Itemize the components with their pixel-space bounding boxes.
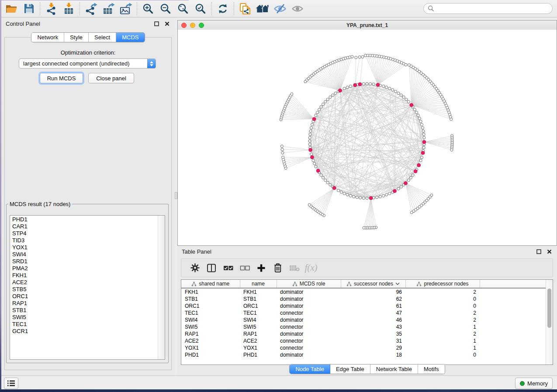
- cell[interactable]: 2: [405, 309, 480, 316]
- mcds-result-list[interactable]: PHD1CAR1STP4TID3YOX1SWI4SRD1PMA2FKH1ACE2…: [10, 215, 165, 360]
- cell[interactable]: TEC1: [240, 309, 277, 316]
- memory-button[interactable]: Memory: [515, 378, 553, 389]
- mcds-result-item[interactable]: ORC1: [10, 293, 158, 300]
- cell[interactable]: connector: [277, 344, 341, 351]
- search-box[interactable]: [423, 3, 553, 14]
- cell[interactable]: TEC1: [181, 309, 240, 316]
- duplicate-network-button[interactable]: [236, 1, 254, 16]
- export-table-button[interactable]: [100, 1, 117, 16]
- tab-motifs[interactable]: Motifs: [418, 364, 445, 374]
- cell[interactable]: ORC1: [240, 303, 277, 309]
- add-column-button[interactable]: [253, 260, 270, 276]
- network-window-titlebar[interactable]: YPA_prune.txt_1: [178, 21, 557, 30]
- cell[interactable]: SWI4: [181, 316, 240, 323]
- cell[interactable]: 1: [405, 337, 480, 344]
- cell[interactable]: 46: [341, 316, 405, 323]
- export-network-button[interactable]: [82, 1, 100, 16]
- first-neighbors-button[interactable]: [254, 1, 271, 16]
- mcds-result-item[interactable]: STP4: [10, 230, 158, 237]
- cell[interactable]: RAP1: [240, 330, 277, 337]
- cell[interactable]: 96: [341, 288, 405, 296]
- open-button[interactable]: [3, 1, 20, 16]
- table-row[interactable]: ORC1ORC1dominator610: [181, 303, 547, 309]
- cell[interactable]: 62: [341, 296, 405, 303]
- cell[interactable]: 2: [405, 316, 480, 323]
- delete-table-button[interactable]: [286, 260, 303, 276]
- import-network-button[interactable]: [42, 1, 60, 16]
- cell[interactable]: SWI5: [181, 323, 240, 330]
- mcds-result-item[interactable]: RAP1: [10, 300, 158, 307]
- cell[interactable]: 29: [341, 344, 405, 351]
- cell[interactable]: 61: [341, 303, 405, 309]
- tab-style[interactable]: Style: [64, 33, 89, 42]
- show-all-button[interactable]: [289, 1, 306, 16]
- cell[interactable]: dominator: [277, 303, 341, 309]
- cell[interactable]: 1: [405, 323, 480, 330]
- mcds-result-item[interactable]: STB5: [10, 286, 158, 293]
- network-canvas[interactable]: [178, 30, 557, 245]
- table-scrollbar-thumb[interactable]: [547, 289, 551, 328]
- tab-select[interactable]: Select: [89, 33, 116, 42]
- result-list-scrollbar[interactable]: [158, 216, 165, 359]
- cell[interactable]: dominator: [277, 351, 341, 358]
- cell[interactable]: FKH1: [240, 288, 277, 296]
- table-row[interactable]: SWI4SWI4dominator462: [181, 316, 547, 323]
- cell[interactable]: dominator: [277, 316, 341, 323]
- zoom-in-button[interactable]: [139, 1, 157, 16]
- mcds-result-item[interactable]: SRD1: [10, 258, 158, 265]
- mcds-result-item[interactable]: SWI5: [10, 314, 158, 321]
- save-button[interactable]: [20, 1, 38, 16]
- criterion-dropdown[interactable]: largest connected component (undirected): [19, 58, 156, 69]
- column-header-name[interactable]: name: [240, 280, 277, 288]
- cell[interactable]: PHD1: [181, 351, 240, 358]
- cell[interactable]: connector: [277, 337, 341, 344]
- table-row[interactable]: RAP1RAP1dominator352: [181, 330, 547, 337]
- delete-column-button[interactable]: [270, 260, 286, 276]
- close-panel-icon[interactable]: [163, 20, 170, 27]
- cell[interactable]: 1: [405, 344, 480, 351]
- mcds-result-item[interactable]: ACE2: [10, 279, 158, 286]
- export-image-button[interactable]: [117, 1, 135, 16]
- import-table-button[interactable]: [60, 1, 77, 16]
- cell[interactable]: 0: [405, 351, 480, 358]
- cell[interactable]: 2: [405, 288, 480, 296]
- table-row[interactable]: STB1STB1dominator620: [181, 296, 547, 303]
- cell[interactable]: 47: [341, 309, 405, 316]
- cell[interactable]: ACE2: [240, 337, 277, 344]
- tab-node-table[interactable]: Node Table: [290, 364, 330, 374]
- column-header-shared-name[interactable]: shared name: [181, 280, 240, 288]
- close-table-panel-icon[interactable]: [546, 248, 553, 255]
- table-row[interactable]: TEC1TEC1connector472: [181, 309, 547, 316]
- float-panel-icon[interactable]: [153, 20, 160, 27]
- table-row[interactable]: ACE2ACE2connector311: [181, 337, 547, 344]
- column-header-MCDS-role[interactable]: MCDS role: [277, 280, 341, 288]
- cell[interactable]: ACE2: [181, 337, 240, 344]
- cell[interactable]: PHD1: [240, 351, 277, 358]
- mcds-result-item[interactable]: TID3: [10, 237, 158, 244]
- refresh-button[interactable]: [214, 1, 232, 16]
- hide-selected-button[interactable]: [271, 1, 289, 16]
- table-row[interactable]: PHD1PHD1dominator180: [181, 351, 547, 358]
- cell[interactable]: 0: [405, 303, 480, 309]
- table-row[interactable]: SWI5SWI5connector431: [181, 323, 547, 330]
- tab-edge-table[interactable]: Edge Table: [330, 364, 370, 374]
- tab-network-table[interactable]: Network Table: [370, 364, 418, 374]
- select-all-button[interactable]: [220, 260, 236, 276]
- cell[interactable]: dominator: [277, 296, 341, 303]
- cell[interactable]: 31: [341, 337, 405, 344]
- table-header-row[interactable]: shared namenameMCDS rolesuccessor nodesp…: [181, 280, 547, 288]
- table-scrollbar[interactable]: [546, 280, 553, 364]
- sort-chevron-icon[interactable]: [395, 282, 400, 285]
- table-row[interactable]: FKH1FKH1dominator962: [181, 288, 547, 296]
- table-row[interactable]: YOX1YOX1connector291: [181, 344, 547, 351]
- cell[interactable]: connector: [277, 309, 341, 316]
- zoom-selected-button[interactable]: [192, 1, 209, 16]
- mcds-result-item[interactable]: YOX1: [10, 244, 158, 251]
- cell[interactable]: FKH1: [181, 288, 240, 296]
- cell[interactable]: dominator: [277, 330, 341, 337]
- cell[interactable]: dominator: [277, 288, 341, 296]
- zoom-out-button[interactable]: [157, 1, 174, 16]
- cell[interactable]: 43: [341, 323, 405, 330]
- float-table-panel-icon[interactable]: [535, 248, 542, 255]
- cell[interactable]: STB1: [240, 296, 277, 303]
